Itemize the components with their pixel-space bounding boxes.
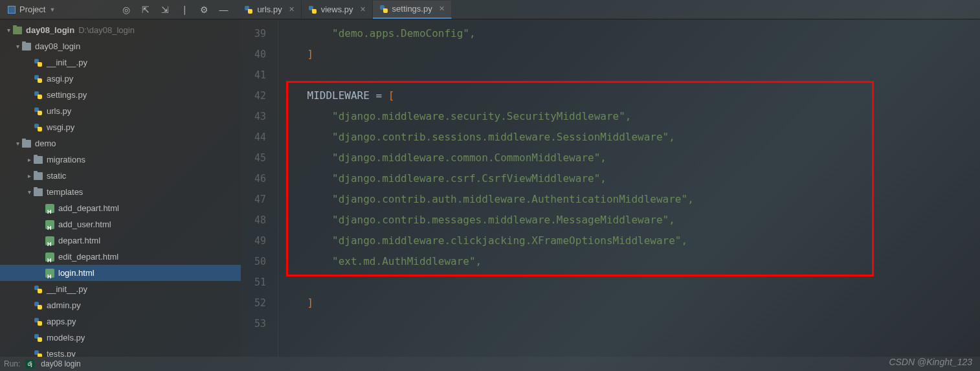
expand-icon[interactable]: ⇱	[140, 5, 151, 15]
tree-file[interactable]: ·__init__.py	[0, 54, 241, 71]
tree-label: models.py	[47, 330, 85, 346]
tree-path: D:\day08_login	[78, 22, 135, 38]
tree-folder[interactable]: ▸static	[0, 168, 241, 184]
tree-folder-demo[interactable]: ▾ demo	[0, 135, 241, 152]
close-icon[interactable]: ✕	[360, 5, 366, 14]
tab-settings[interactable]: settings.py ✕	[373, 1, 452, 19]
chevron-right-icon[interactable]: ▸	[25, 168, 34, 184]
tree-folder-app[interactable]: ▾ day08_login	[0, 38, 241, 54]
python-icon	[34, 285, 43, 294]
tree-label: settings.py	[47, 87, 87, 103]
html-icon	[45, 253, 54, 262]
chevron-down-icon[interactable]: ▾	[25, 184, 34, 200]
tree-file[interactable]: ·asgi.py	[0, 71, 241, 87]
python-icon	[34, 317, 43, 326]
tree-label: demo	[35, 135, 56, 152]
tree-file-selected[interactable]: ·login.html	[0, 265, 241, 281]
tree-file[interactable]: ·add_depart.html	[0, 200, 241, 216]
python-icon	[308, 5, 317, 14]
chevron-down-icon[interactable]: ▾	[13, 38, 22, 54]
tree-root[interactable]: ▾ day08_login D:\day08_login	[0, 22, 241, 38]
folder-icon	[22, 43, 31, 51]
code-line[interactable]: "django.middleware.csrf.CsrfViewMiddlewa…	[282, 168, 980, 189]
code-line[interactable]: MIDDLEWARE = [	[282, 85, 980, 106]
html-icon	[45, 269, 54, 278]
tree-label: wsgi.py	[47, 119, 74, 135]
project-icon	[8, 6, 16, 14]
python-icon	[34, 58, 43, 67]
code-line[interactable]: "django.contrib.messages.middleware.Mess…	[282, 210, 980, 230]
tree-file[interactable]: ·depart.html	[0, 232, 241, 249]
watermark: CSDN @Kinght_123	[889, 357, 972, 367]
python-icon	[34, 350, 43, 357]
chevron-down-icon: ▼	[49, 6, 55, 13]
python-icon	[34, 301, 43, 310]
tree-file[interactable]: ·wsgi.py	[0, 119, 241, 135]
editor-tabs: urls.py ✕ views.py ✕ settings.py ✕	[238, 1, 451, 19]
html-icon	[45, 204, 54, 213]
tree-label: migrations	[47, 152, 85, 168]
code-line[interactable]	[282, 272, 980, 293]
close-icon[interactable]: ✕	[289, 5, 295, 14]
tab-label: urls.py	[257, 5, 282, 14]
project-dropdown[interactable]: Project ▼	[0, 0, 63, 19]
status-bar: Run: dj day08 login	[0, 357, 980, 371]
code-line[interactable]: "django.middleware.security.SecurityMidd…	[282, 106, 980, 127]
chevron-right-icon[interactable]: ▸	[25, 152, 34, 168]
code-line[interactable]	[282, 65, 980, 85]
tree-file[interactable]: ·urls.py	[0, 103, 241, 119]
top-toolbar: Project ▼ ◎ ⇱ ⇲ | ⚙ — urls.py ✕ views.py…	[0, 0, 980, 19]
tree-label: day08_login	[26, 22, 74, 38]
tree-label: __init__.py	[47, 54, 87, 71]
tree-file[interactable]: ·apps.py	[0, 313, 241, 330]
collapse-icon[interactable]: ⇲	[160, 5, 170, 15]
line-gutter: 394041424344454647484950515253	[241, 19, 278, 357]
folder-icon	[22, 140, 31, 148]
folder-icon	[34, 188, 43, 196]
gear-icon[interactable]: ⚙	[199, 5, 209, 15]
tree-file[interactable]: ·edit_depart.html	[0, 249, 241, 265]
html-icon	[45, 220, 54, 229]
tree-file[interactable]: ·__init__.py	[0, 281, 241, 297]
tree-folder[interactable]: ▸migrations	[0, 152, 241, 168]
code-line[interactable]: "ext.md.AuthMiddleware",	[282, 251, 980, 272]
tab-label: settings.py	[392, 4, 432, 14]
code-line[interactable]: "django.middleware.clickjacking.XFrameOp…	[282, 230, 980, 251]
tree-label: asgi.py	[47, 71, 73, 87]
minimize-icon[interactable]: —	[218, 5, 228, 15]
tree-label: add_user.html	[58, 216, 111, 232]
python-icon	[34, 74, 43, 84]
project-tree[interactable]: ▾ day08_login D:\day08_login ▾ day08_log…	[0, 19, 241, 357]
code-editor[interactable]: 394041424344454647484950515253 "demo.app…	[241, 19, 980, 357]
code-line[interactable]: "demo.apps.DemoConfig",	[282, 23, 980, 44]
tree-label: admin.py	[47, 297, 81, 313]
code-line[interactable]: ]	[282, 293, 980, 313]
code-line[interactable]	[282, 313, 980, 334]
tree-file[interactable]: ·admin.py	[0, 297, 241, 313]
tab-urls[interactable]: urls.py ✕	[238, 1, 301, 19]
code-line[interactable]: "django.middleware.common.CommonMiddlewa…	[282, 148, 980, 168]
tree-file[interactable]: ·add_user.html	[0, 216, 241, 232]
tree-label: apps.py	[47, 313, 76, 330]
code-content[interactable]: "demo.apps.DemoConfig", ] MIDDLEWARE = […	[278, 19, 980, 357]
chevron-down-icon[interactable]: ▾	[4, 22, 13, 38]
code-line[interactable]: "django.contrib.auth.middleware.Authenti…	[282, 189, 980, 210]
tab-views[interactable]: views.py ✕	[302, 1, 373, 19]
tree-label: edit_depart.html	[58, 249, 118, 265]
tree-folder-templates[interactable]: ▾templates	[0, 184, 241, 200]
tree-file[interactable]: ·tests.py	[0, 346, 241, 357]
tree-label: tests.py	[47, 346, 76, 357]
dj-icon: dj	[25, 359, 34, 368]
python-icon	[244, 5, 253, 14]
chevron-down-icon[interactable]: ▾	[13, 135, 22, 152]
code-line[interactable]: "django.contrib.sessions.middleware.Sess…	[282, 127, 980, 148]
tree-file[interactable]: ·models.py	[0, 330, 241, 346]
target-icon[interactable]: ◎	[121, 5, 131, 15]
folder-icon	[34, 172, 43, 180]
tree-file[interactable]: ·settings.py	[0, 87, 241, 103]
tree-label: urls.py	[47, 103, 71, 119]
python-icon	[34, 123, 43, 132]
tree-label: static	[47, 168, 66, 184]
code-line[interactable]: ]	[282, 44, 980, 65]
close-icon[interactable]: ✕	[439, 5, 445, 13]
